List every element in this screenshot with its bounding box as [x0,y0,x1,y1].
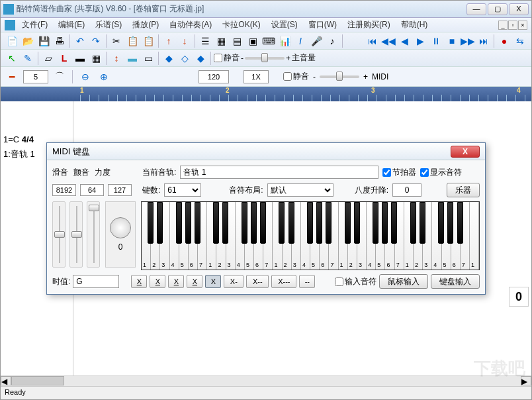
mute1-checkbox[interactable]: 静音 [214,52,240,64]
pitch-slider[interactable] [52,201,66,268]
save-icon[interactable]: 💾 [36,34,51,48]
cut-icon[interactable]: ✂ [109,34,124,48]
white-key[interactable]: 2 [348,202,357,270]
bar-icon[interactable]: ▭ [141,51,155,66]
prev-icon[interactable]: ◀◀ [381,34,396,48]
copy-icon[interactable]: 📋 [125,34,140,48]
white-key[interactable]: 5 [179,202,189,270]
white-key[interactable]: 1 [273,202,282,270]
pointer-icon[interactable]: ↖ [5,51,19,66]
stop-icon[interactable]: ■ [445,34,459,48]
white-key[interactable]: 6 [254,202,263,270]
bars-icon[interactable]: 📊 [277,34,292,48]
text-icon[interactable]: I [293,34,308,48]
piano-keyboard[interactable]: 123456712345671234567123456712345671 [141,201,480,270]
loop-icon[interactable]: ⇆ [513,34,527,48]
hscrollbar[interactable]: ◀ ▶ [1,375,531,386]
white-key[interactable]: 5 [310,202,320,270]
triplet3-icon[interactable]: ◆ [193,51,208,66]
open-icon[interactable]: 📂 [21,34,35,48]
value-field[interactable] [23,70,48,83]
white-key[interactable]: 2 [283,202,292,270]
white-key[interactable]: 2 [216,202,226,270]
white-key[interactable]: 7 [395,202,404,270]
white-key[interactable]: 4 [236,202,245,270]
white-key[interactable]: 1 [470,202,479,270]
note-icon[interactable]: ♪ [325,34,339,48]
white-key[interactable]: 2 [414,202,423,270]
dialog-close-button[interactable]: X [451,146,480,158]
ffwd-icon[interactable]: ▶▶ [461,34,475,48]
redo-icon[interactable]: ↷ [89,34,103,48]
grid-icon[interactable]: ▦ [214,34,228,48]
tie-icon[interactable]: ⌒ [52,70,67,84]
note-btn-0[interactable]: X [131,275,147,288]
zoom-out-icon[interactable]: ⊖ [78,70,93,84]
menu-register[interactable]: 注册购买(R) [343,18,394,32]
menu-play[interactable]: 播放(P) [128,18,163,32]
white-key[interactable]: 5 [442,202,451,270]
white-key[interactable]: 5 [245,202,254,270]
tremolo-slider[interactable] [69,201,83,268]
down-icon[interactable]: ↓ [177,34,192,48]
new-icon[interactable]: 📄 [5,34,19,48]
record-icon[interactable]: ● [497,34,511,48]
white-key[interactable]: 7 [329,202,338,270]
octave-spin[interactable] [392,183,421,197]
up-icon[interactable]: ↑ [161,34,176,48]
note-btn-7[interactable]: X--- [271,275,296,288]
white-key[interactable]: 1 [404,202,414,270]
triplet2-icon[interactable]: ◇ [177,51,192,66]
undo-icon[interactable]: ↶ [73,34,87,48]
master-volume-slider[interactable] [245,57,285,60]
timeline-ruler[interactable]: 1 2 3 4 [1,87,531,101]
close-button[interactable]: X [509,3,529,15]
note-btn-4[interactable]: X [205,275,221,288]
white-key[interactable]: 6 [320,202,329,270]
list-icon[interactable]: ☰ [198,34,212,48]
white-key[interactable]: 4 [301,202,310,270]
menu-help[interactable]: 帮助(H) [397,18,432,32]
white-key[interactable]: 3 [357,202,367,270]
menu-file[interactable]: 文件(F) [18,18,52,32]
menu-edit[interactable]: 编辑(E) [54,18,89,32]
pan-knob[interactable]: 0 [105,201,136,268]
marker-icon[interactable]: ▬ [73,51,87,66]
mic-icon[interactable]: 🎤 [309,34,324,48]
keyboard-input-button[interactable]: 键盘输入 [431,274,480,289]
show-notes-checkbox[interactable]: 显示音符 [420,167,462,178]
white-key[interactable]: 3 [160,202,169,270]
scroll-left-icon[interactable]: ◀ [1,376,11,385]
paste-icon[interactable]: 📋 [141,34,155,48]
menu-score[interactable]: 乐谱(S) [91,18,126,32]
midi-volume-slider[interactable] [320,75,359,78]
duration-field[interactable] [73,275,119,288]
maximize-button[interactable]: ▢ [488,3,508,15]
play-icon[interactable]: ▶ [413,34,427,48]
track-name-field[interactable] [180,166,378,179]
white-key[interactable]: 6 [189,202,198,270]
sort-icon[interactable]: ↕ [109,51,124,66]
white-key[interactable]: 3 [226,202,236,270]
white-key[interactable]: 5 [376,202,385,270]
velocity-slider[interactable] [87,201,100,268]
skip-start-icon[interactable]: ⏮ [365,34,380,48]
white-key[interactable]: 1 [339,202,348,270]
zoom-field[interactable] [244,70,269,83]
note-btn-3[interactable]: X [187,275,202,288]
menu-karaoke[interactable]: 卡拉OK(K) [218,18,264,32]
mdi-restore[interactable]: ▫ [508,21,517,30]
white-key[interactable]: 7 [461,202,470,270]
white-key[interactable]: 6 [451,202,461,270]
menu-settings[interactable]: 设置(S) [267,18,302,32]
white-key[interactable]: 4 [170,202,179,270]
keyboard-icon[interactable]: ⌨ [261,34,276,48]
connect-icon[interactable]: ━ [5,70,19,84]
skip-end-icon[interactable]: ⏭ [476,34,491,48]
white-key[interactable]: 7 [263,202,273,270]
white-key[interactable]: 2 [151,202,160,270]
pencil-icon[interactable]: ✎ [21,51,35,66]
instrument-button[interactable]: 乐器 [447,183,480,197]
eraser-icon[interactable]: ▱ [41,51,56,66]
lyrics-icon[interactable]: L [57,51,71,66]
